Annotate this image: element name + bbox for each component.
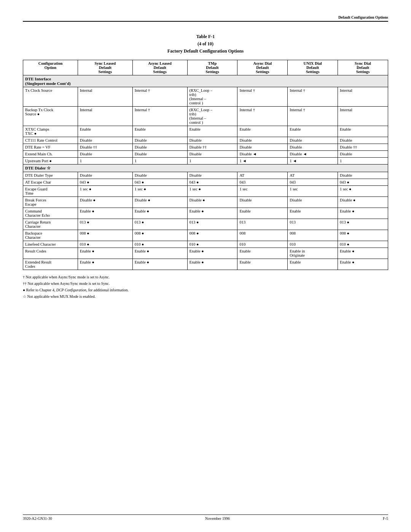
main-table: ConfigurationOption Sync LeasedDefaultSe… xyxy=(23,60,388,270)
table-title-line3: Factory Default Configuration Options xyxy=(23,48,388,55)
table-title: Table F-1 (4 of 10) Factory Default Conf… xyxy=(23,33,388,55)
page-header: Default Configuration Options xyxy=(23,15,388,22)
table-row: DTE Dialer TypeDisableDisableDisableATAT… xyxy=(23,172,388,179)
footer-center: November 1996 xyxy=(205,516,230,521)
table-row: CT111 Rate ControlDisableDisableDisableD… xyxy=(23,137,388,144)
footnote-item: ☆ Not applicable when MUX Mode is enable… xyxy=(23,293,388,300)
table-row: Backup Tx ClockSource ●InternalInternal … xyxy=(23,106,388,126)
table-row: BackspaceCharacter008 ●008 ●008 ●0080080… xyxy=(23,230,388,241)
col-header-sync-dial: Sync DialDefaultSettings xyxy=(338,60,388,75)
table-row: AT Escape Char043 ●043 ●043 ●043043043 ● xyxy=(23,179,388,185)
col-header-tmp: TMpDefaultSettings xyxy=(187,60,237,75)
table-title-line2: (4 of 10) xyxy=(23,40,388,48)
table-row: Escape GuardTime1 sec ●1 sec ●1 sec ●1 s… xyxy=(23,185,388,197)
footnote-item: †† Not applicable when Async/Sync mode i… xyxy=(23,280,388,287)
table-row: Extend Main Ch.DisableDisableDisableDisa… xyxy=(23,150,388,157)
footnote-item: ● Refer to Chapter 4, DCP Configuration,… xyxy=(23,287,388,293)
page-footer: 3920-A2-GN31-30 November 1996 F-5 xyxy=(23,514,388,521)
table-row: Tx Clock SourceInternalInternal †(RXC_Lo… xyxy=(23,87,388,106)
table-row: XTXC ClampsTXC ●EnableEnableEnableEnable… xyxy=(23,126,388,137)
table-row: DTE Rate = VFDisable ††DisableDisable ††… xyxy=(23,144,388,150)
footnote-item: † Not applicable when Async/Sync mode is… xyxy=(23,274,388,280)
table-row: Carriage ReturnCharacter013 ●013 ●013 ●0… xyxy=(23,219,388,230)
footer-right: F-5 xyxy=(383,516,388,521)
table-row: Result CodesEnable ●Enable ●Enable ●Enab… xyxy=(23,248,388,259)
table-title-line1: Table F-1 xyxy=(23,33,388,40)
page: Default Configuration Options Table F-1 … xyxy=(0,0,411,532)
section-dte-dialer: DTE Dialer ☆ xyxy=(23,164,388,172)
col-header-config: ConfigurationOption xyxy=(23,60,78,75)
table-row: Upstream Port ●1111 ◄1 ◄1 xyxy=(23,157,388,164)
col-header-async-dial: Async DialDefaultSettings xyxy=(237,60,288,75)
col-header-async-leased: Async LeasedDefaultSettings xyxy=(132,60,187,75)
section-dte-interface: DTE Interface(Singleport mode Cont'd) xyxy=(23,75,388,87)
table-row: CommandCharacter EchoEnable ●Enable ●Ena… xyxy=(23,208,388,219)
col-header-unix-dial: UNIX DialDefaultSettings xyxy=(288,60,338,75)
table-row: Linefeed Character010 ●010 ●010 ●0100100… xyxy=(23,241,388,248)
table-row: Break ForcesEscapeDisable ●Disable ●Disa… xyxy=(23,197,388,208)
footer-left: 3920-A2-GN31-30 xyxy=(23,516,52,521)
col-header-sync-leased: Sync LeasedDefaultSettings xyxy=(78,60,132,75)
table-row: Extended ResultCodesEnable ●Enable ●Enab… xyxy=(23,259,388,270)
footnotes: † Not applicable when Async/Sync mode is… xyxy=(23,274,388,300)
header-text: Default Configuration Options xyxy=(338,15,388,19)
